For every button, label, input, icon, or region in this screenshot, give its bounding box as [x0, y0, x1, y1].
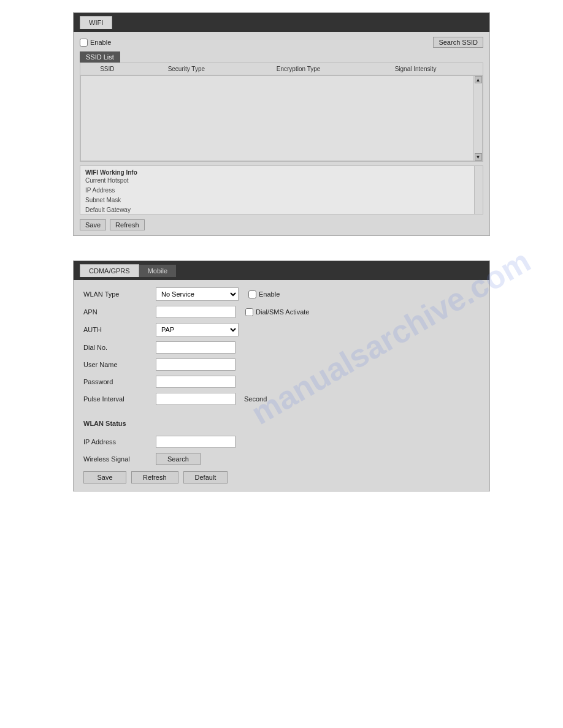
ssid-tbody-area: ▲ ▼: [80, 75, 483, 161]
ip-address-row: IP Address: [83, 436, 480, 448]
wlan-status-label: WLAN Status: [83, 420, 126, 427]
wlan-type-row: WLAN Type No Service GPRS CDMA WCDMA Ena…: [83, 287, 480, 301]
wifi-ip-address: IP Address: [85, 186, 478, 195]
apn-row: APN Dial/SMS Activate: [83, 306, 480, 318]
cdma-refresh-button[interactable]: Refresh: [131, 471, 178, 483]
wifi-refresh-button[interactable]: Refresh: [110, 219, 145, 230]
ssid-col-scroll: [473, 63, 483, 75]
ssid-table-head: SSID Security Type Encryption Type Signa…: [80, 63, 483, 75]
spacer: [83, 410, 480, 416]
cdma-buttons: Save Refresh Default: [83, 471, 480, 483]
wifi-enable-row: Enable: [80, 39, 111, 47]
apn-label: APN: [83, 308, 151, 316]
wifi-info-scrollbar[interactable]: [474, 166, 483, 214]
auth-row: AUTH PAP CHAP None: [83, 323, 480, 336]
auth-label: AUTH: [83, 326, 151, 333]
wifi-titlebar: WIFI: [74, 13, 489, 32]
wifi-top-row: Enable Search SSID: [80, 37, 483, 48]
ssid-scrollbar[interactable]: ▲ ▼: [473, 76, 482, 161]
username-input[interactable]: [156, 358, 236, 371]
dial-no-row: Dial No.: [83, 341, 480, 354]
wifi-current-hotspot: Current Hotspot: [85, 176, 478, 186]
wifi-subnet-mask: Subnet Mask: [85, 195, 478, 205]
apn-input[interactable]: [156, 306, 236, 318]
cdma-tab[interactable]: CDMA/GPRS: [80, 264, 139, 277]
wireless-signal-label: Wireless Signal: [83, 455, 151, 463]
password-label: Password: [83, 378, 151, 385]
cdma-panel: CDMA/GPRS Mobile WLAN Type No Service GP…: [73, 260, 490, 491]
wireless-signal-row: Wireless Signal Search: [83, 453, 480, 465]
wifi-enable-checkbox[interactable]: [80, 39, 88, 47]
ssid-col-signal: Signal Intensity: [358, 63, 473, 75]
wifi-working-info-title: WIFI Working Info: [85, 169, 478, 176]
wifi-buttons: Save Refresh: [80, 219, 483, 230]
ssid-col-encryption: Encryption Type: [239, 63, 358, 75]
ssid-list-tab[interactable]: SSID List: [80, 51, 120, 63]
auth-select[interactable]: PAP CHAP None: [156, 323, 239, 336]
pulse-interval-input[interactable]: [156, 393, 236, 405]
username-label: User Name: [83, 361, 151, 368]
wifi-tab[interactable]: WIFI: [80, 16, 112, 29]
wifi-panel: WIFI Enable Search SSID SSID List: [73, 12, 490, 236]
ssid-list-section: SSID List SSID Security Type Encryption …: [80, 51, 483, 162]
ssid-table: SSID Security Type Encryption Type Signa…: [80, 63, 483, 75]
wifi-default-gateway: Default Gateway: [85, 205, 478, 214]
wifi-enable-label: Enable: [90, 39, 111, 46]
cdma-content: WLAN Type No Service GPRS CDMA WCDMA Ena…: [74, 280, 489, 491]
ssid-header-row: SSID Security Type Encryption Type Signa…: [80, 63, 483, 75]
search-button[interactable]: Search: [156, 453, 201, 465]
ip-address-input[interactable]: [156, 436, 236, 448]
ssid-table-container: SSID Security Type Encryption Type Signa…: [80, 63, 483, 162]
dial-no-input[interactable]: [156, 341, 236, 354]
dial-sms-group: Dial/SMS Activate: [245, 308, 309, 316]
search-ssid-button[interactable]: Search SSID: [433, 37, 483, 48]
dial-sms-checkbox[interactable]: [245, 308, 253, 316]
username-row: User Name: [83, 358, 480, 371]
dial-no-label: Dial No.: [83, 344, 151, 351]
wlan-enable-group: Enable: [248, 290, 280, 298]
pulse-interval-label: Pulse Interval: [83, 395, 151, 403]
wlan-type-select[interactable]: No Service GPRS CDMA WCDMA: [156, 287, 239, 301]
password-row: Password: [83, 376, 480, 388]
cdma-titlebar: CDMA/GPRS Mobile: [74, 261, 489, 280]
wifi-save-button[interactable]: Save: [80, 219, 106, 230]
wlan-type-label: WLAN Type: [83, 290, 151, 298]
scroll-up-arrow[interactable]: ▲: [475, 76, 482, 83]
cdma-enable-checkbox[interactable]: [248, 290, 256, 298]
second-label: Second: [244, 395, 267, 403]
wifi-content: Enable Search SSID SSID List SSID Securi…: [74, 32, 489, 235]
ssid-col-ssid: SSID: [80, 63, 134, 75]
dial-sms-label: Dial/SMS Activate: [256, 308, 309, 316]
wlan-status-row: WLAN Status: [83, 416, 480, 431]
cdma-save-button[interactable]: Save: [83, 471, 126, 483]
cdma-enable-label: Enable: [259, 290, 280, 298]
password-input[interactable]: [156, 376, 236, 388]
mobile-tab[interactable]: Mobile: [139, 265, 176, 277]
scroll-down-arrow[interactable]: ▼: [475, 153, 482, 161]
ssid-col-security: Security Type: [134, 63, 239, 75]
pulse-interval-row: Pulse Interval Second: [83, 393, 480, 405]
ip-address-label: IP Address: [83, 438, 151, 446]
cdma-default-button[interactable]: Default: [183, 471, 228, 483]
wifi-working-info: WIFI Working Info Current Hotspot IP Add…: [80, 165, 483, 214]
